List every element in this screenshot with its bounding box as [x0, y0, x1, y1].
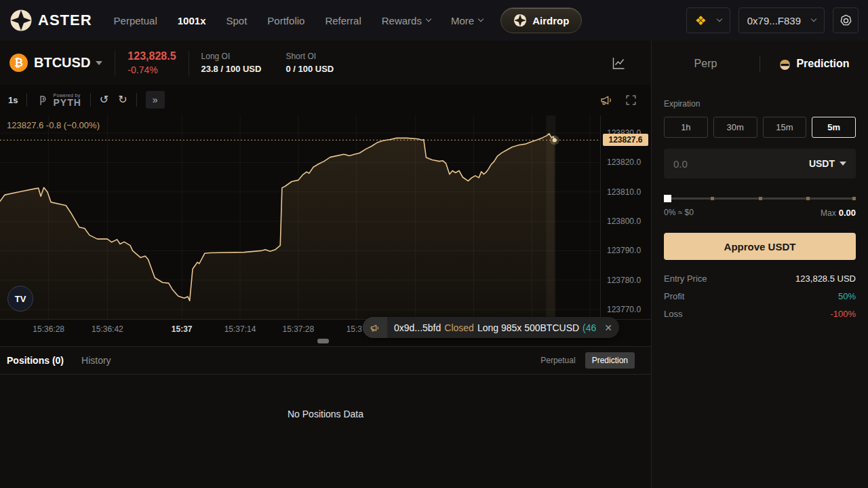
slider-tick	[852, 197, 856, 200]
wallet-address: 0x79...F839	[747, 15, 801, 26]
expiration-option-30m[interactable]: 30m	[713, 117, 757, 138]
info-row-value: -100%	[830, 309, 856, 319]
pyth-attribution[interactable]: Powered by PYTH	[36, 93, 81, 107]
long-oi-label: Long OI	[201, 52, 262, 61]
gear-icon	[839, 14, 853, 28]
navbar-right-group: ❖ 0x79...F839	[686, 7, 859, 33]
settings-button[interactable]	[833, 7, 859, 33]
tab-history[interactable]: History	[81, 355, 111, 366]
price-tick-label: 123800.0	[607, 217, 641, 226]
current-price-badge: 123827.6	[603, 134, 648, 146]
slider-tick	[759, 197, 762, 200]
top-navbar: ASTER Perpetual1001xSpotPortfolioReferra…	[0, 0, 868, 41]
left-column: ₿ BTCUSD 123,828.5 -0.74% Long OI 23.8 /…	[0, 41, 651, 488]
expiration-option-15m[interactable]: 15m	[763, 117, 807, 138]
main-nav: Perpetual1001xSpotPortfolioReferralRewar…	[114, 15, 484, 26]
info-row-value: 123,828.5 USD	[795, 274, 856, 284]
time-tick-label: 15:37:28	[277, 324, 320, 334]
divider	[26, 93, 27, 107]
close-icon[interactable]: ✕	[604, 322, 612, 333]
expiration-options: 1h30m15m5m	[664, 117, 856, 138]
megaphone-icon	[363, 317, 387, 338]
chevron-down-icon	[840, 162, 846, 166]
segment-perpetual[interactable]: Perpetual	[534, 352, 582, 369]
chart-legend: 123827.6 -0.8 (−0.00%)	[7, 120, 100, 130]
symbol-name: BTCUSD	[34, 55, 90, 71]
tab-prediction[interactable]: Prediction	[760, 58, 868, 71]
toast-action: Closed	[444, 322, 474, 333]
degen-cap-emoji-icon	[778, 58, 791, 71]
toast-details: Long 985x 500BTCUSD	[477, 322, 579, 333]
slider-max: Max0.00	[821, 208, 856, 218]
symbol-selector[interactable]: BTCUSD	[34, 55, 102, 71]
divider	[90, 93, 91, 107]
time-tick-label: 15:36:42	[85, 324, 129, 334]
info-row: Profit50%	[664, 291, 856, 301]
amount-input[interactable]: 0.0 USDT	[664, 149, 856, 179]
fullscreen-icon[interactable]	[625, 94, 637, 107]
divider	[189, 51, 189, 75]
nav-item-perpetual[interactable]: Perpetual	[114, 15, 157, 26]
price-tick-label: 123780.0	[607, 276, 641, 285]
expiration-option-5m[interactable]: 5m	[812, 117, 856, 138]
info-row: Entry Price123,828.5 USD	[664, 274, 856, 284]
timeframe-button[interactable]: 1s	[8, 95, 18, 105]
airdrop-button[interactable]: Airdrop	[500, 7, 582, 33]
redo-icon[interactable]: ↻	[118, 94, 127, 105]
order-info-rows: Entry Price123,828.5 USDProfit50%Loss-10…	[664, 274, 856, 319]
megaphone-icon[interactable]	[599, 93, 614, 107]
approve-usdt-button[interactable]: Approve USDT	[664, 233, 856, 260]
brand-home-link[interactable]: ASTER	[9, 9, 92, 32]
time-tick-label: 15:37:14	[218, 324, 262, 334]
info-row-label: Profit	[664, 291, 684, 301]
chart-plot-area[interactable]	[0, 115, 600, 319]
chart-scrollbar-handle[interactable]	[317, 339, 329, 343]
price-tick-label: 123820.0	[607, 157, 641, 167]
undo-icon[interactable]: ↺	[100, 94, 108, 105]
price-chart-panel: 1s Powered by PYTH	[0, 85, 651, 346]
slider-tick	[711, 197, 714, 200]
nav-item-referral[interactable]: Referral	[325, 15, 361, 26]
chart-toolbar: 1s Powered by PYTH	[0, 85, 651, 115]
trade-notification-toast: 0x9d...5bfd Closed Long 985x 500BTCUSD (…	[363, 317, 619, 338]
main-content: ₿ BTCUSD 123,828.5 -0.74% Long OI 23.8 /…	[0, 41, 868, 488]
short-oi-value: 0 / 100 USD	[285, 64, 334, 74]
slider-handle[interactable]	[664, 195, 671, 202]
nav-item-spot[interactable]: Spot	[226, 15, 248, 26]
nav-item-more[interactable]: More	[451, 15, 483, 26]
positions-tabbar: Positions (0)History PerpetualPrediction	[0, 347, 651, 374]
bnb-chain-icon: ❖	[695, 14, 707, 27]
tab-perp[interactable]: Perp	[652, 58, 760, 70]
pyth-brand: PYTH	[53, 98, 81, 107]
line-chart-icon[interactable]	[610, 55, 627, 71]
amount-placeholder: 0.0	[673, 158, 809, 170]
order-panel: Perp Prediction Expiration 1h30m15m5m	[651, 41, 868, 488]
wallet-address-button[interactable]: 0x79...F839	[738, 7, 825, 33]
divider	[115, 51, 115, 75]
expand-toolbar-button[interactable]: »	[146, 91, 165, 109]
tradingview-logo[interactable]: TV	[7, 286, 33, 312]
price-change-percent: -0.74%	[127, 64, 176, 75]
price-tick-label: 123810.0	[607, 187, 641, 197]
market-header: ₿ BTCUSD 123,828.5 -0.74% Long OI 23.8 /…	[0, 41, 651, 85]
chevron-down-icon	[96, 61, 102, 65]
chevron-down-icon	[478, 16, 484, 22]
chevron-down-icon	[426, 16, 431, 22]
price-axis[interactable]: 123830.0123820.0123810.0123800.0123790.0…	[600, 115, 651, 319]
price-tick-label: 123770.0	[607, 305, 641, 314]
expiration-option-1h[interactable]: 1h	[664, 117, 708, 138]
pyth-logo-icon	[36, 94, 49, 107]
chevron-down-icon	[811, 16, 816, 22]
positions-panel: Positions (0)History PerpetualPrediction…	[0, 346, 651, 488]
nav-item-rewards[interactable]: Rewards	[382, 15, 431, 26]
slider-value-label: 0% ≈ $0	[664, 208, 694, 218]
currency-selector[interactable]: USDT	[809, 158, 846, 169]
nav-item-1001x[interactable]: 1001x	[178, 15, 206, 26]
network-selector[interactable]: ❖	[686, 7, 730, 33]
tab-positions-[interactable]: Positions (0)	[7, 355, 64, 366]
airdrop-label: Airdrop	[532, 15, 569, 26]
order-panel-tabs: Perp Prediction	[652, 46, 868, 81]
segment-prediction[interactable]: Prediction	[585, 352, 635, 369]
slider-tick	[806, 197, 810, 200]
nav-item-portfolio[interactable]: Portfolio	[267, 15, 304, 26]
